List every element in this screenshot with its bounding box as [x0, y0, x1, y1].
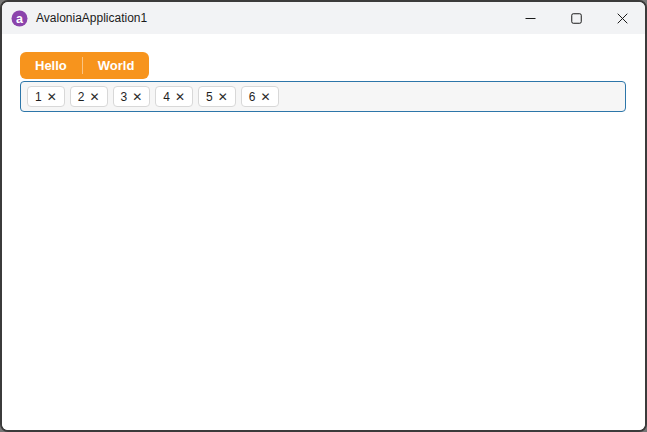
tag-chip-label: 1 — [35, 90, 42, 104]
tag-chip-label: 3 — [121, 90, 128, 104]
tag-chip: 2 ✕ — [70, 86, 108, 107]
tag-chip-close-icon[interactable]: ✕ — [218, 91, 228, 103]
close-icon — [617, 13, 628, 24]
tab-world-label: World — [98, 58, 135, 73]
tag-chip: 4 ✕ — [155, 86, 193, 107]
tabstrip: Hello World — [20, 52, 149, 79]
tag-chip: 1 ✕ — [27, 86, 65, 107]
tag-chip-label: 2 — [78, 90, 85, 104]
window-content: Hello World 1 ✕ 2 ✕ 3 ✕ 4 ✕ 5 ✕ 6 ✕ — [2, 34, 645, 430]
tag-chip-close-icon[interactable]: ✕ — [132, 91, 142, 103]
avalonia-logo-icon: a — [11, 10, 28, 27]
tab-world[interactable]: World — [83, 52, 150, 79]
window-title: AvaloniaApplication1 — [36, 11, 147, 25]
minimize-icon — [525, 13, 536, 24]
maximize-button[interactable] — [553, 2, 599, 34]
tag-chip: 3 ✕ — [113, 86, 151, 107]
tag-chip-close-icon[interactable]: ✕ — [47, 91, 57, 103]
close-button[interactable] — [599, 2, 645, 34]
maximize-icon — [571, 13, 582, 24]
titlebar[interactable]: a AvaloniaApplication1 — [2, 2, 645, 34]
tag-input-field[interactable]: 1 ✕ 2 ✕ 3 ✕ 4 ✕ 5 ✕ 6 ✕ — [20, 81, 626, 112]
tab-hello-label: Hello — [35, 58, 67, 73]
tag-chip-label: 4 — [163, 90, 170, 104]
tag-chip-close-icon[interactable]: ✕ — [260, 91, 270, 103]
tag-chip-close-icon[interactable]: ✕ — [89, 91, 99, 103]
caption-buttons — [507, 2, 645, 34]
tag-chip: 6 ✕ — [241, 86, 279, 107]
tag-chip: 5 ✕ — [198, 86, 236, 107]
tab-hello[interactable]: Hello — [20, 52, 82, 79]
app-window: a AvaloniaApplication1 — [0, 0, 647, 432]
tag-chip-label: 6 — [249, 90, 256, 104]
tag-chip-close-icon[interactable]: ✕ — [175, 91, 185, 103]
svg-text:a: a — [16, 11, 24, 25]
minimize-button[interactable] — [507, 2, 553, 34]
tag-chip-label: 5 — [206, 90, 213, 104]
